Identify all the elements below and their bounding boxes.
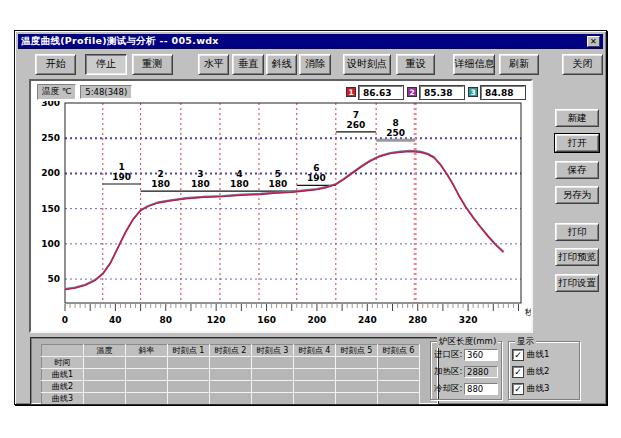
- titlebar[interactable]: 温度曲线(Profile)测试与分析 -- 005.wdx ✕: [18, 34, 603, 49]
- table-cell: [336, 357, 378, 369]
- close-icon[interactable]: ✕: [587, 36, 600, 47]
- toolbar-button-5[interactable]: 垂直: [232, 54, 263, 75]
- toolbar-button-4[interactable]: 水平: [198, 54, 229, 75]
- table-cell: [84, 369, 126, 381]
- table-cell: [84, 357, 126, 369]
- zone-8-setpoint: 250: [386, 128, 405, 138]
- table-cell: [210, 393, 252, 405]
- table-cell: [168, 369, 210, 381]
- toolbar-button-1[interactable]: 开始: [35, 54, 76, 75]
- toolbar-button-9[interactable]: 重设: [396, 54, 435, 75]
- table-col-header: 温度: [84, 345, 126, 357]
- toolbar-button-6[interactable]: 斜线: [266, 54, 297, 75]
- zone-6-number: 6: [313, 163, 319, 173]
- zone-8-number: 8: [393, 118, 399, 128]
- zone-1-number: 1: [119, 162, 125, 172]
- legend-item-3: 384.88: [468, 86, 525, 99]
- display-option-row: ✓曲线1: [509, 346, 579, 363]
- table-cell: [336, 369, 378, 381]
- display-option-label: 曲线3: [527, 383, 549, 395]
- toolbar-button-8[interactable]: 设时刻点: [343, 54, 391, 75]
- zone-3-number: 3: [197, 169, 203, 179]
- legend-item-1: 186.63: [346, 86, 403, 99]
- curve-1-checkbox[interactable]: ✓: [513, 350, 523, 360]
- table-col-header: 时刻点 3: [252, 345, 294, 357]
- legend: 186.63285.38384.88: [346, 86, 529, 99]
- zone-3-setpoint: 180: [191, 179, 210, 189]
- table-cell: [126, 369, 168, 381]
- display-option-label: 曲线1: [527, 349, 549, 361]
- oven-field-label: 加热区:: [434, 366, 464, 378]
- toolbar-button-2[interactable]: 停止: [85, 54, 126, 75]
- window-title: 温度曲线(Profile)测试与分析 -- 005.wdx: [21, 35, 587, 48]
- table-col-header: 时刻点 4: [294, 345, 336, 357]
- toolbar-button-3[interactable]: 重测: [132, 54, 173, 75]
- table-cell: [252, 381, 294, 393]
- display-panel: 显示 ✓曲线1✓曲线2✓曲线3: [508, 341, 580, 400]
- table-cell: [126, 357, 168, 369]
- oven-field-row: 加热区:: [431, 363, 501, 380]
- oven-field-label: 进口区:: [434, 349, 464, 361]
- zone-4-number: 4: [236, 169, 242, 179]
- probe-3-temperature-value: 84.88: [481, 86, 525, 99]
- table-cell: [378, 381, 420, 393]
- table-cell: [294, 393, 336, 405]
- table-col-header: 时刻点 5: [336, 345, 378, 357]
- table-cell: [168, 393, 210, 405]
- oven-field-input-2[interactable]: [464, 366, 498, 378]
- y-tick-label: 200: [41, 168, 60, 178]
- table-cell: [126, 393, 168, 405]
- zone-5-number: 5: [275, 169, 281, 179]
- toolbar-button-11[interactable]: 刷新: [499, 54, 538, 75]
- zone-4-setpoint: 180: [230, 179, 249, 189]
- side-button-5[interactable]: 打印: [555, 223, 599, 241]
- display-panel-title: 显示: [515, 336, 536, 348]
- side-button-4[interactable]: 另存为: [555, 186, 599, 204]
- table-col-header: 时刻点 1: [168, 345, 210, 357]
- table-cell: [336, 393, 378, 405]
- table-row: 曲线2: [42, 381, 420, 393]
- display-option-label: 曲线2: [527, 366, 549, 378]
- table-cell: [84, 381, 126, 393]
- toolbar-button-7[interactable]: 消除: [299, 54, 330, 75]
- curve-3-checkbox[interactable]: ✓: [513, 384, 523, 394]
- table-cell: [84, 393, 126, 405]
- app-window: 温度曲线(Profile)测试与分析 -- 005.wdx ✕ 开始停止重测水平…: [14, 30, 607, 405]
- table-row-label: 时间: [42, 357, 84, 369]
- curve-2-checkbox[interactable]: ✓: [513, 367, 523, 377]
- toolbar-button-10[interactable]: 详细信息: [453, 54, 495, 75]
- x-tick-label: 40: [109, 315, 122, 325]
- zone-2-number: 2: [158, 169, 164, 179]
- oven-zone-panel: 炉区长度(mm) 进口区:加热区:冷却区:: [430, 341, 502, 400]
- oven-field-input-3[interactable]: [464, 383, 498, 395]
- side-button-2[interactable]: 打开: [555, 134, 599, 152]
- zone-1-setpoint: 190: [112, 172, 131, 182]
- side-button-7[interactable]: 打印设置: [555, 274, 599, 292]
- table-cell: [378, 357, 420, 369]
- legend-item-2: 285.38: [407, 86, 464, 99]
- temperature-chart[interactable]: 04080120160200240280320秒5010015020025030…: [31, 81, 531, 331]
- time-display: 5:48(348): [80, 85, 132, 99]
- table-cell: [210, 381, 252, 393]
- data-table-panel: 温度斜率时刻点 1时刻点 2时刻点 3时刻点 4时刻点 5时刻点 6时间曲线1曲…: [31, 338, 438, 404]
- zone-6-setpoint: 190: [307, 173, 326, 183]
- side-button-6[interactable]: 打印预览: [555, 248, 599, 266]
- table-cell: [252, 393, 294, 405]
- y-tick-label: 150: [41, 204, 60, 214]
- side-button-3[interactable]: 保存: [555, 161, 599, 179]
- toolbar-button-12[interactable]: 关闭: [562, 54, 603, 75]
- table-cell: [294, 357, 336, 369]
- side-button-1[interactable]: 新建: [555, 109, 599, 127]
- y-axis-unit-label: 温度 ℃: [37, 84, 76, 100]
- toolbar: 开始停止重测水平垂直斜线消除设时刻点重设详细信息刷新关闭: [18, 51, 603, 77]
- chart-header: 温度 ℃ 5:48(348) 186.63285.38384.88: [33, 83, 529, 101]
- plot-border: [65, 103, 521, 303]
- x-tick-label: 280: [408, 315, 427, 325]
- table-row-label: 曲线2: [42, 381, 84, 393]
- table-cell: [252, 369, 294, 381]
- oven-field-input-1[interactable]: [464, 349, 498, 361]
- table-col-header: 时刻点 2: [210, 345, 252, 357]
- table-cell: [294, 369, 336, 381]
- chart-panel: 温度 ℃ 5:48(348) 186.63285.38384.88 040801…: [29, 79, 533, 333]
- table-cell: [168, 381, 210, 393]
